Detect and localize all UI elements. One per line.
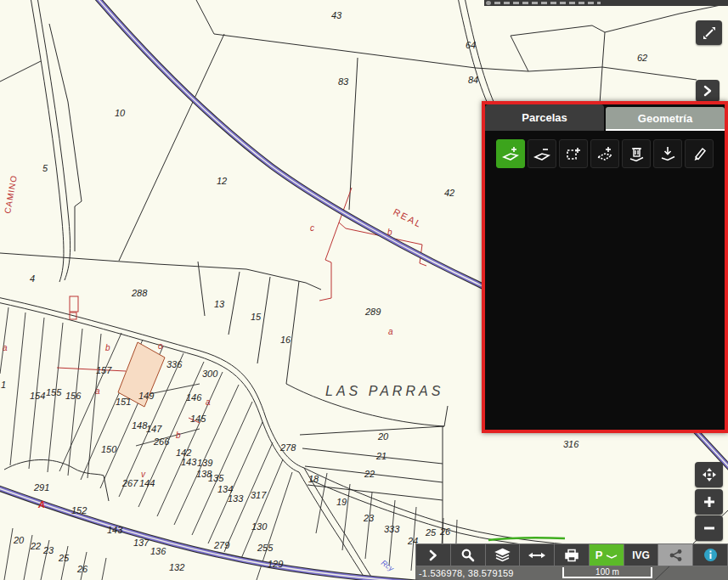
ivg-button[interactable]: IVG <box>624 544 659 566</box>
map-label: 154 <box>30 391 45 401</box>
map-label: 149 <box>138 391 154 401</box>
edit-pencil-icon[interactable] <box>685 139 714 168</box>
map-label: 84 <box>468 75 478 85</box>
map-label: 151 <box>116 397 131 407</box>
info-icon[interactable] <box>693 544 727 566</box>
map-label: 64 <box>466 40 476 50</box>
scale-label: 100 m <box>595 567 619 577</box>
map-label: 26 <box>439 527 451 537</box>
add-rectangle-icon[interactable] <box>559 139 588 168</box>
map-label: 16 <box>280 335 291 345</box>
map-label: 137 <box>133 538 150 548</box>
map-label: 18 <box>308 474 319 484</box>
map-label: 5 <box>42 163 48 173</box>
map-label: 278 <box>279 442 296 453</box>
panel-toggle-chevron-right-icon[interactable] <box>696 80 720 102</box>
scale-bar: 100 m <box>562 567 652 578</box>
map-label: 43 <box>331 10 342 20</box>
map-label: 267 <box>121 478 138 488</box>
map-label: 156 <box>65 391 82 401</box>
panel-body <box>485 131 725 430</box>
map-label: a <box>388 327 393 336</box>
top-bar-icon <box>486 1 491 5</box>
layers-icon[interactable] <box>486 544 521 566</box>
map-label: 62 <box>637 53 647 63</box>
zoom-in-button[interactable] <box>695 489 723 515</box>
map-label: 15 <box>251 312 262 322</box>
search-icon[interactable] <box>451 544 486 566</box>
map-label: 25 <box>58 553 70 563</box>
remove-parcel-hand-minus-icon[interactable] <box>528 139 556 168</box>
map-label: 26 <box>76 564 88 574</box>
map-label: 22 <box>30 541 41 551</box>
map-label: a <box>95 386 100 396</box>
app-window: 4364848362105124242881315162893363001571… <box>0 0 728 580</box>
map-label: 289 <box>364 307 381 317</box>
map-label: 279 <box>213 540 229 550</box>
bottom-toolbar: P IVG <box>415 543 728 566</box>
map-label: 20 <box>13 535 25 545</box>
panel-tabs: Parcelas Geometría <box>485 104 725 131</box>
map-label: 147 <box>146 424 162 434</box>
map-label: 25 <box>425 527 437 538</box>
map-label: 288 <box>131 288 148 298</box>
map-label: 13 <box>214 299 225 309</box>
map-label: a <box>206 397 211 407</box>
save-parcel-download-icon[interactable] <box>653 139 682 168</box>
map-label: c <box>310 223 314 233</box>
map-label: 12 <box>217 176 227 186</box>
measure-arrow-icon[interactable] <box>520 544 555 566</box>
top-bar-text-sliver <box>494 2 601 4</box>
map-label: 23 <box>363 513 375 523</box>
map-label: 157 <box>96 365 112 375</box>
map-label: 83 <box>338 76 349 87</box>
map-label: 143 <box>107 525 123 535</box>
add-parcel-hand-plus-icon[interactable] <box>496 139 525 168</box>
map-label: 144 <box>139 478 155 488</box>
share-icon[interactable] <box>658 544 693 566</box>
map-label: 317 <box>251 490 267 500</box>
pan-arrows-icon[interactable] <box>695 462 723 487</box>
map-label: 152 <box>71 505 87 515</box>
toolbar-chevron-right-icon[interactable] <box>416 544 451 566</box>
add-vertex-plus-icon[interactable] <box>590 139 619 168</box>
map-label: 1 <box>1 380 6 390</box>
parcel-edit-toolbar <box>496 139 725 168</box>
map-label: 291 <box>33 482 49 493</box>
map-label: 135 <box>208 473 224 483</box>
zoom-out-button[interactable] <box>695 515 723 541</box>
map-label: 145 <box>190 414 206 424</box>
map-label: b <box>176 431 181 440</box>
map-label: b <box>105 343 110 352</box>
map-label: 150 <box>101 444 117 454</box>
tab-parcelas[interactable]: Parcelas <box>485 104 604 131</box>
map-label: b <box>387 228 392 237</box>
print-icon[interactable] <box>555 544 590 566</box>
map-label: 22 <box>364 469 375 479</box>
map-label: 336 <box>166 359 183 369</box>
map-label: 133 <box>228 493 244 504</box>
map-label: 10 <box>115 108 126 118</box>
tab-geometria[interactable]: Geometría <box>606 107 725 131</box>
map-label: 21 <box>375 451 387 461</box>
map-label: o <box>158 341 163 351</box>
map-label: 42 <box>444 188 454 198</box>
map-label: 333 <box>384 524 400 534</box>
cursor-coordinates: -1.536978, 38.579159 <box>419 568 514 578</box>
map-label: a <box>3 343 8 352</box>
map-label: 155 <box>46 387 62 397</box>
map-label: 129 <box>268 559 283 569</box>
delete-parcel-trash-icon[interactable] <box>622 139 651 168</box>
map-label: 4 <box>30 273 35 284</box>
parcel-p-button[interactable]: P <box>590 544 624 566</box>
map-label: 300 <box>202 369 218 379</box>
map-label: A <box>37 499 45 510</box>
map-label: 20 <box>377 431 389 442</box>
map-label: LAS PARRAS <box>325 384 443 398</box>
top-cropped-bar <box>484 0 728 6</box>
status-bar: -1.536978, 38.579159 100 m <box>415 566 728 580</box>
expand-diagonal-icon[interactable] <box>696 20 722 45</box>
map-label: 255 <box>257 543 274 553</box>
parcels-panel: Parcelas Geometría <box>482 101 728 433</box>
map-label: 143 <box>181 457 197 467</box>
